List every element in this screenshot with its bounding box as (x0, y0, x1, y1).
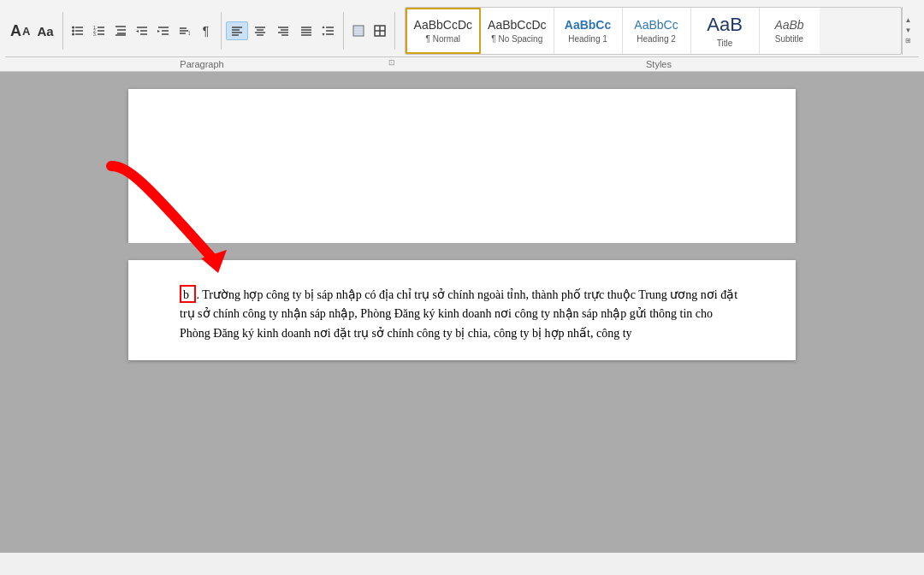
numbered-list-btn[interactable]: 1.2.3. (89, 21, 110, 41)
style-heading2-label: Heading 2 (637, 34, 676, 44)
style-heading1-preview: AaBbCc (565, 18, 611, 33)
svg-point-3 (72, 27, 74, 29)
clear-format-btn[interactable]: Aa (33, 21, 57, 40)
multilevel-list-btn[interactable] (110, 21, 131, 41)
ribbon-toolbar: A A Aa 1.2.3. ↕ ¶ (5, 3, 919, 56)
svg-marker-47 (322, 26, 324, 28)
style-heading1[interactable]: AaBbCc Heading 1 (554, 8, 623, 54)
style-title-label: Title (717, 39, 733, 48)
scroll-down-icon: ▼ (905, 26, 912, 36)
style-subtitle-preview: AaBb (774, 18, 803, 33)
style-subtitle[interactable]: AaBb Subtitle (760, 8, 820, 54)
svg-point-4 (72, 30, 74, 33)
style-no-spacing[interactable]: AaBbCcDc ¶ No Spacing (481, 8, 554, 54)
style-no-spacing-preview: AaBbCcDc (488, 18, 546, 33)
expand-styles-icon: ⊞ (905, 36, 911, 46)
divider-2 (221, 12, 222, 50)
svg-text:↕: ↕ (187, 29, 191, 37)
style-normal-label: ¶ Normal (426, 34, 460, 44)
styles-scroll-up-btn[interactable]: ▲ ▼ ⊞ (902, 7, 914, 55)
alignment-group (226, 21, 339, 41)
decrease-indent-btn[interactable] (132, 21, 152, 41)
style-heading2-preview: AaBbCc (634, 18, 678, 33)
justify-btn[interactable] (295, 21, 317, 40)
page-bottom: b . Trường hợp công ty bị sáp nhập có đị… (128, 260, 796, 360)
svg-text:3.: 3. (93, 32, 97, 37)
ribbon-labels-row: Paragraph ⊡ Styles (5, 56, 919, 71)
grow-icon: A (10, 22, 21, 40)
style-normal[interactable]: AaBbCcDc ¶ Normal (406, 8, 481, 54)
paragraph-char-b: b (183, 288, 189, 301)
font-size-group: A A Aa (10, 21, 58, 40)
red-box-highlight: b (180, 285, 196, 303)
style-title-preview: AaB (707, 14, 743, 36)
list-group: 1.2.3. ↕ ¶ (68, 21, 216, 41)
increase-indent-btn[interactable] (153, 21, 174, 41)
document-area: b . Trường hợp công ty bị sáp nhập có đị… (0, 72, 924, 553)
styles-wrapper: AaBbCcDc ¶ Normal AaBbCcDc ¶ No Spacing … (405, 7, 914, 55)
style-no-spacing-label: ¶ No Spacing (491, 34, 542, 44)
styles-section-label: Styles (646, 59, 672, 69)
divider-1 (62, 12, 63, 50)
align-left-btn[interactable] (226, 21, 248, 40)
border-btn[interactable] (370, 21, 390, 41)
style-heading1-label: Heading 1 (568, 34, 607, 44)
bullet-list-btn[interactable] (68, 21, 88, 41)
shading-group (348, 21, 390, 41)
scroll-up-icon: ▲ (905, 15, 912, 26)
style-heading2[interactable]: AaBbCc Heading 2 (623, 8, 691, 54)
paragraph-section-label: Paragraph (180, 59, 223, 69)
document-paragraph-text[interactable]: . Trường hợp công ty bị sáp nhập có địa … (180, 288, 737, 340)
style-title[interactable]: AaB Title (691, 8, 760, 54)
paragraph-expand-icon[interactable]: ⊡ (388, 58, 395, 67)
styles-section: AaBbCcDc ¶ Normal AaBbCcDc ¶ No Spacing … (405, 7, 902, 55)
align-center-btn[interactable] (249, 21, 271, 40)
sort-btn[interactable]: ↕ (175, 21, 195, 41)
styles-label-section: Styles (399, 57, 919, 71)
align-right-btn[interactable] (272, 21, 294, 40)
style-subtitle-label: Subtitle (775, 34, 803, 44)
line-spacing-btn[interactable] (318, 21, 339, 41)
shrink-icon: A (22, 25, 30, 38)
red-arrow (77, 149, 265, 286)
svg-marker-48 (322, 33, 324, 36)
ribbon: A A Aa 1.2.3. ↕ ¶ (0, 0, 924, 72)
divider-4 (394, 12, 395, 50)
pilcrow-btn[interactable]: ¶ (196, 21, 216, 41)
svg-marker-19 (136, 30, 139, 33)
svg-marker-23 (157, 30, 160, 33)
divider-3 (343, 12, 344, 50)
style-normal-preview: AaBbCcDc (414, 18, 472, 33)
paragraph-label-section: Paragraph ⊡ (5, 57, 399, 71)
shading-btn[interactable] (348, 21, 369, 41)
highlighted-paragraph: b . Trường hợp công ty bị sáp nhập có đị… (180, 286, 744, 343)
svg-point-5 (72, 33, 74, 36)
